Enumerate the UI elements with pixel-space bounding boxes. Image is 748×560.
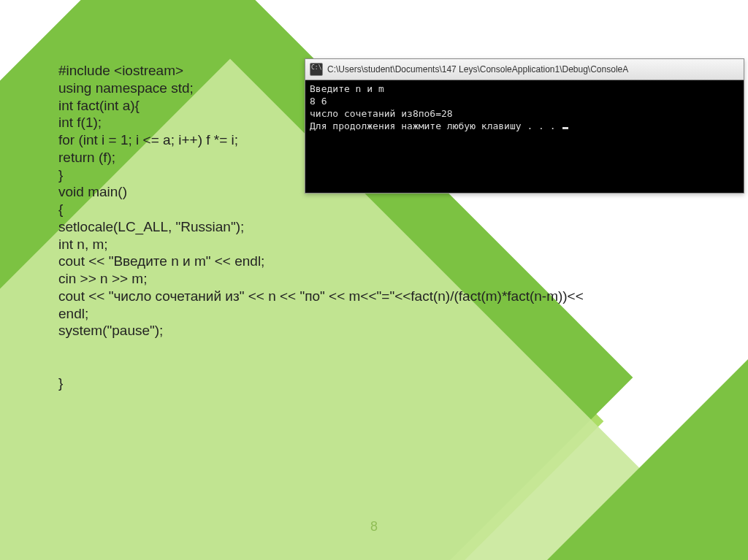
console-titlebar: C:\Users\student\Documents\147 Leys\Cons… [305,59,744,80]
code-line [58,357,614,375]
code-line [58,340,614,357]
cmd-icon [310,63,323,76]
console-title-path: C:\Users\student\Documents\147 Leys\Cons… [327,64,628,74]
code-line: { [58,201,614,218]
code-line: int n, m; [58,236,614,253]
code-line: cout << "число сочетаний из" << n << "по… [58,288,614,323]
code-line: system("pause"); [58,322,614,340]
console-output: Введите n и m 8 6 число сочетаний из8по6… [305,80,744,193]
code-line: } [58,375,614,392]
cursor [562,127,568,129]
code-line: setlocale(LC_ALL, "Russian"); [58,218,614,236]
console-window: C:\Users\student\Documents\147 Leys\Cons… [305,58,744,193]
page-number: 8 [0,519,748,534]
code-line: cout << "Введите n и m" << endl; [58,253,614,270]
code-line: cin >> n >> m; [58,270,614,288]
